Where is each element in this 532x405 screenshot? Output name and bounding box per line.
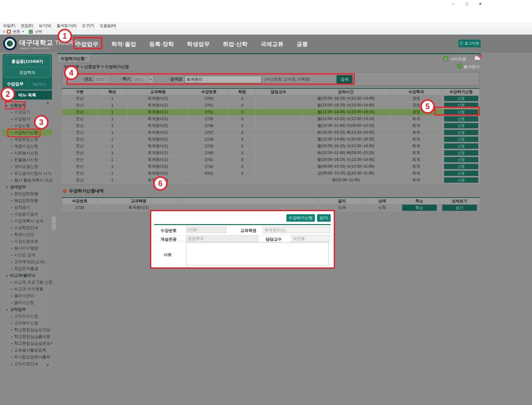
menubar-item[interactable]: 파일(F) (3, 23, 15, 28)
minimize-button[interactable]: – (449, 1, 457, 7)
sidebar-item[interactable]: ▸학교현장실습출석원 (2, 333, 52, 340)
menubar-item[interactable]: 도구(T) (82, 23, 94, 28)
convert-button[interactable]: 변환 (13, 29, 20, 34)
course-cell-prof (255, 163, 302, 170)
sidebar-item[interactable]: ▸취업전자출결 (2, 265, 52, 272)
dialog-professor-input[interactable] (291, 235, 330, 242)
apply-button[interactable]: 신청 (444, 143, 478, 149)
dialog-major-input[interactable] (186, 235, 258, 242)
menubar-item[interactable]: 도움말(H) (100, 23, 116, 28)
toolbar-close-icon[interactable]: x (3, 29, 5, 34)
dialog-close-button[interactable]: 닫기 (317, 214, 331, 222)
sidebar-item[interactable]: ▸수강신청조회 (2, 238, 52, 245)
sidebar-item[interactable]: ▸교과목개요(교과) (2, 258, 52, 265)
nav-item-6[interactable]: 공통 (297, 40, 308, 48)
apply-button[interactable]: 신청 (444, 123, 478, 128)
sidebar-item[interactable]: ▸클리닉관리 (2, 292, 52, 299)
nav-item-1[interactable]: 학적·졸업 (111, 40, 136, 48)
apply-button[interactable]: 신청 (444, 177, 478, 183)
sidebar-item[interactable]: ▸무시험검정원서출력 (2, 354, 52, 360)
course-row: 전선1회계원리(1)27423월(09:00~10:15) 수(10:30~11… (62, 163, 480, 170)
course-cell-apply: 신청 (443, 129, 480, 136)
sidebar-item[interactable]: ▸계절수강신청 (2, 143, 52, 150)
nav-item-5[interactable]: 국제교류 (261, 40, 284, 48)
sidebar-collapse-handle[interactable]: ‹ (52, 216, 56, 230)
sidebar-item[interactable]: ▸생리공결신청 (2, 163, 52, 170)
content-tab[interactable]: 수업허가신청 ✕ (57, 54, 91, 63)
sidebar-item[interactable]: ▸시간표 검색 (2, 252, 52, 258)
nav-item-3[interactable]: 학생업무 (187, 40, 210, 48)
course-cell-dept: 경영 (390, 95, 443, 102)
sidebar-item[interactable]: ▸유고결석신청서 서식 (2, 170, 52, 177)
arrow-right-icon: ▸ (11, 240, 13, 243)
arrow-right-icon: ▸ (11, 349, 13, 352)
sidebar-tab-lessons[interactable]: 수업업무 (7, 81, 24, 87)
sidebar-item[interactable]: ▸수업계획서 검색 (2, 218, 52, 224)
menubar-item[interactable]: 즐겨찾기(A) (57, 23, 76, 28)
sidebar-item[interactable]: ▸비교과 프로그램 신청 (2, 279, 52, 286)
sidebar-tab-mymenu[interactable]: My메뉴 (33, 82, 46, 87)
content-tab-close-icon[interactable]: ✕ (85, 56, 88, 60)
close-button[interactable]: ✕ (476, 1, 484, 7)
course-row: 전선1회계원리(1)27013월(15:00~16:15) 수(13:30~14… (62, 102, 480, 109)
apply-button[interactable]: 신청 (444, 96, 478, 101)
sidebar-item[interactable]: ▸학교현장실습설문조사 (2, 340, 52, 347)
apply-button[interactable]: 신청 (444, 137, 478, 142)
sidebar-item[interactable]: ▸봉사이수열람 (2, 245, 52, 252)
sidebar-section[interactable]: ∨비교과/클리닉 (2, 272, 52, 279)
chevron-down-icon[interactable]: ▼ (22, 30, 24, 33)
nav-item-4[interactable]: 취업·산학 (223, 40, 247, 48)
sitemap-icon[interactable]: ╦ (443, 56, 448, 61)
course-cell-dept: 회계 (390, 156, 443, 163)
sidebar-item-label: 학교현장실습출석원 (14, 334, 50, 339)
scroll-down-icon[interactable]: ∨ (46, 363, 49, 367)
sidebar-item[interactable]: ▸봉사 활동계획서 작성 (2, 177, 52, 184)
sidebar-section[interactable]: ∨검색업무 (2, 184, 52, 190)
cancel-button[interactable]: 취소 (402, 205, 437, 211)
dialog-code-input[interactable] (186, 227, 226, 233)
maximize-button[interactable]: □ (463, 1, 471, 7)
apply-button[interactable]: 신청 (444, 157, 478, 162)
apply-button[interactable]: 신청 (444, 171, 478, 176)
divider (57, 53, 481, 54)
user-department: 경영학과 (4, 70, 50, 75)
select-button[interactable]: 선택 (35, 29, 42, 34)
apply-button[interactable]: 신청 (444, 150, 478, 156)
sidebar-item[interactable]: ▸학교현장실습표작성 (2, 326, 52, 333)
menubar-item[interactable]: 보기(V) (39, 23, 51, 28)
logout-button[interactable]: 로그아웃 (458, 40, 481, 47)
sidebar-item[interactable]: ▸분반강좌현황 (2, 190, 52, 197)
nav-item-2[interactable]: 등록·장학 (149, 40, 174, 48)
sidebar-item[interactable]: ▸교직이수신청 (2, 313, 52, 320)
sidebar-section[interactable]: ∨교직업무 (2, 306, 52, 313)
sidebar-item[interactable]: ▸클리닉신청 (2, 299, 52, 306)
add-favorite-icon[interactable]: + (457, 63, 462, 69)
sidebar-item[interactable]: ▸교직복수신청 (2, 320, 52, 326)
view-button[interactable]: 보기 (442, 205, 477, 211)
dialog-name-input[interactable] (263, 227, 330, 233)
apply-button[interactable]: 신청 (444, 164, 478, 169)
sidebar-item[interactable]: ▸헌혈봉사신청 (2, 156, 52, 163)
sidebar-item[interactable]: ▸수업평가결과 (2, 211, 52, 218)
sidebar-item[interactable]: ▸사회봉사신청 (2, 150, 52, 156)
menubar-item[interactable]: 편집(E) (21, 23, 33, 28)
apply-button[interactable]: 신청 (444, 116, 478, 122)
sidebar-item[interactable]: ▸수강포기 (2, 109, 52, 116)
close-all-tabs-icon[interactable] (474, 56, 480, 60)
sidebar-item-label: 헌혈봉사신청 (14, 157, 38, 163)
sidebar-item[interactable]: ▸수강학점안내 (2, 224, 52, 231)
sidebar-item[interactable]: ▸성적공시 (2, 204, 52, 211)
sidebar-item[interactable]: ▸교직적성 인성검사 (2, 367, 52, 369)
sidebar-item[interactable]: ▸폐강강좌현황 (2, 197, 52, 204)
sitemap-link[interactable]: 사이트맵 (450, 56, 466, 62)
course-cell-credit: 3 (229, 109, 255, 116)
scroll-up-icon[interactable]: ∧ (46, 101, 49, 105)
sidebar-item[interactable]: ▸교직사정안내 (2, 360, 52, 367)
add-favorite-link[interactable]: 즐겨찾기 (464, 64, 480, 70)
sidebar-item[interactable]: ▸학생시간표 (2, 231, 52, 238)
dialog-apply-button[interactable]: 수강허가신청 (286, 214, 315, 222)
apply-button[interactable]: 신청 (444, 130, 478, 135)
dialog-reason-textarea[interactable] (186, 242, 329, 265)
sidebar-item[interactable]: ▸비교과 이수현황 (2, 286, 52, 292)
sidebar-item[interactable]: ▸교육봉사활동등록 (2, 347, 52, 354)
